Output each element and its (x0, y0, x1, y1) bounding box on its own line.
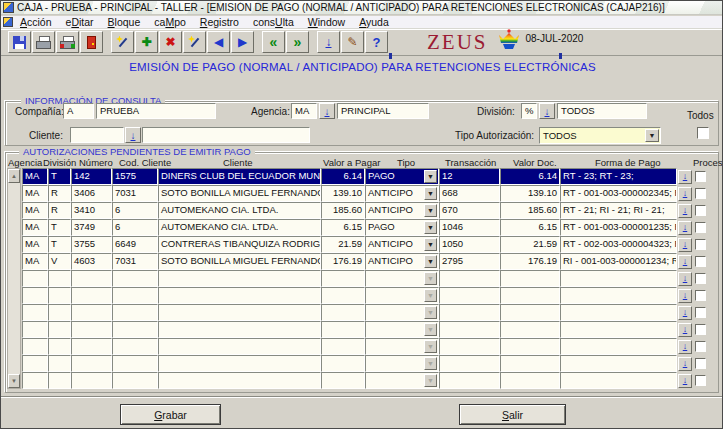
cell-division[interactable]: R (48, 185, 71, 202)
empty-cell[interactable] (71, 372, 112, 389)
empty-cell[interactable] (500, 304, 560, 321)
cell-transaccion[interactable]: 2795 (439, 253, 500, 270)
cell-division[interactable]: T (48, 236, 71, 253)
next-block-button[interactable]: » (286, 31, 309, 53)
empty-cell[interactable] (439, 287, 500, 304)
empty-cell[interactable] (22, 338, 48, 355)
empty-cell[interactable] (560, 321, 677, 338)
cliente-code-field[interactable] (70, 127, 124, 143)
cell-cod-cliente[interactable]: 6 (112, 202, 158, 219)
empty-cell[interactable] (158, 355, 321, 372)
cell-agencia[interactable]: MA (22, 236, 48, 253)
cell-valor-a-pagar[interactable]: 176.19 (321, 253, 365, 270)
empty-cell[interactable] (321, 372, 365, 389)
menu-accion[interactable]: Acción (20, 16, 52, 28)
forma-pago-lov-button[interactable]: ↓ (678, 323, 692, 337)
empty-cell[interactable] (321, 287, 365, 304)
empty-cell[interactable] (158, 270, 321, 287)
execute-query-button[interactable]: ✎ (341, 31, 364, 53)
empty-cell[interactable] (560, 304, 677, 321)
procesar-checkbox[interactable] (695, 171, 706, 182)
cell-tipo-dropdown[interactable]: ANTICIPO ▼ (365, 236, 439, 253)
agencia-lov-button[interactable]: ↓ (319, 103, 335, 119)
agencia-code-field[interactable]: MA (291, 103, 317, 119)
procesar-checkbox[interactable] (695, 307, 706, 318)
dropdown-arrow-icon[interactable]: ▼ (424, 187, 437, 200)
cell-cliente[interactable]: AUTOMEKANO CIA. LTDA. (158, 202, 321, 219)
menu-editar[interactable]: eDitar (66, 16, 94, 28)
empty-cell[interactable] (158, 304, 321, 321)
empty-cell[interactable] (71, 270, 112, 287)
procesar-checkbox[interactable] (695, 324, 706, 335)
cell-forma-de-pago[interactable]: RI - 001-003-000001234; RT - 001-0 (560, 253, 677, 270)
empty-cell[interactable] (71, 355, 112, 372)
empty-cell[interactable] (112, 270, 158, 287)
empty-cell[interactable] (560, 338, 677, 355)
cell-cod-cliente[interactable]: 7031 (112, 253, 158, 270)
previous-block-button[interactable]: « (262, 31, 285, 53)
empty-cell-tipo[interactable]: ▼ (365, 372, 439, 389)
empty-cell[interactable] (112, 287, 158, 304)
menu-registro[interactable]: Registro (200, 16, 239, 28)
record-scrollbar[interactable]: ▲ ▼ (7, 168, 21, 389)
cell-numero[interactable]: 3755 (71, 236, 112, 253)
empty-cell-tipo[interactable]: ▼ (365, 304, 439, 321)
procesar-checkbox[interactable] (695, 205, 706, 216)
empty-cell[interactable] (439, 355, 500, 372)
insert-record-button[interactable]: ✚ (135, 31, 158, 53)
empty-cell[interactable] (71, 338, 112, 355)
scroll-down-button[interactable]: ▼ (8, 374, 20, 388)
cell-cliente[interactable]: DINERS CLUB DEL ECUADOR MUNICIPALID (158, 168, 321, 185)
empty-cell[interactable] (71, 321, 112, 338)
empty-cell[interactable] (500, 321, 560, 338)
procesar-checkbox[interactable] (695, 222, 706, 233)
forma-pago-lov-button[interactable]: ↓ (678, 374, 692, 388)
cell-forma-de-pago[interactable]: RT - 001-003-000002345; RI - 001-0 (560, 185, 677, 202)
cell-cod-cliente[interactable]: 6649 (112, 236, 158, 253)
empty-cell[interactable] (112, 372, 158, 389)
procesar-checkbox[interactable] (695, 273, 706, 284)
empty-cell[interactable] (48, 338, 71, 355)
division-lov-button[interactable]: ↓ (539, 103, 555, 119)
empty-cell[interactable] (48, 270, 71, 287)
empty-cell[interactable] (439, 321, 500, 338)
cell-valor-doc[interactable]: 185.60 (500, 202, 560, 219)
empty-cell[interactable] (158, 372, 321, 389)
empty-cell[interactable] (158, 321, 321, 338)
grabar-button[interactable]: Grabar (120, 404, 221, 425)
previous-record-button[interactable]: ◀ (207, 31, 230, 53)
enter-query-button[interactable]: ↓ (317, 31, 340, 53)
cell-agencia[interactable]: MA (22, 168, 48, 185)
empty-cell[interactable] (22, 372, 48, 389)
cell-cliente[interactable]: AUTOMEKANO CIA. LTDA. (158, 219, 321, 236)
empty-cell[interactable] (71, 304, 112, 321)
cell-tipo-dropdown[interactable]: PAGO ▼ (365, 168, 439, 185)
dropdown-arrow-icon[interactable]: ▼ (424, 340, 437, 353)
cell-valor-doc[interactable]: 139.10 (500, 185, 560, 202)
cell-valor-doc[interactable]: 6.14 (500, 168, 560, 185)
cell-transaccion[interactable]: 668 (439, 185, 500, 202)
empty-cell[interactable] (22, 270, 48, 287)
empty-cell[interactable] (22, 287, 48, 304)
cell-transaccion[interactable]: 12 (439, 168, 500, 185)
cell-numero[interactable]: 142 (71, 168, 112, 185)
dropdown-arrow-icon[interactable]: ▼ (424, 170, 437, 183)
cell-numero[interactable]: 3410 (71, 202, 112, 219)
procesar-checkbox[interactable] (695, 358, 706, 369)
cell-agencia[interactable]: MA (22, 253, 48, 270)
dropdown-arrow-icon[interactable]: ▼ (424, 374, 437, 387)
menu-consulta[interactable]: consUlta (253, 16, 294, 28)
compania-name-field[interactable]: PRUEBA (96, 103, 216, 119)
forma-pago-lov-button[interactable]: ↓ (678, 187, 692, 201)
division-name-field[interactable]: TODOS (557, 103, 647, 119)
empty-cell[interactable] (500, 355, 560, 372)
empty-cell-tipo[interactable]: ▼ (365, 287, 439, 304)
cell-tipo-dropdown[interactable]: ANTICIPO ▼ (365, 202, 439, 219)
dropdown-arrow-icon[interactable]: ▼ (424, 221, 437, 234)
forma-pago-lov-button[interactable]: ↓ (678, 289, 692, 303)
cell-transaccion[interactable]: 1050 (439, 236, 500, 253)
empty-cell[interactable] (560, 372, 677, 389)
cell-tipo-dropdown[interactable]: PAGO ▼ (365, 219, 439, 236)
empty-cell[interactable] (321, 338, 365, 355)
cell-forma-de-pago[interactable]: RT - 002-003-000004323; RI - 002-0 (560, 236, 677, 253)
